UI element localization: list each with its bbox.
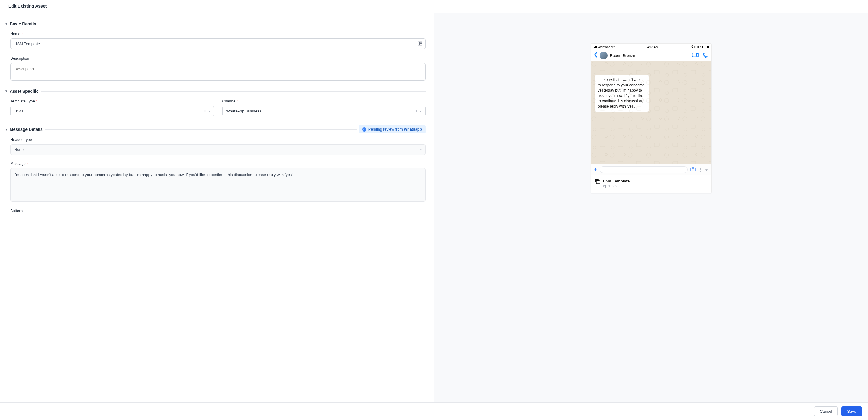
svg-rect-11 — [706, 167, 707, 170]
section-title: Message Details — [10, 127, 43, 132]
channel-label: Channel* — [222, 99, 426, 103]
chat-body: I'm sorry that I wasn't able to respond … — [591, 61, 711, 164]
preview-pane: Vodafone 4:13 AM 100% — [434, 13, 868, 402]
chevron-down-icon: ▾ — [420, 148, 422, 151]
chat-header: Robert Bronze — [591, 50, 711, 61]
signal-icon — [593, 46, 597, 49]
phone-preview-card: Vodafone 4:13 AM 100% — [591, 43, 712, 193]
chevron-down-icon: ▼ — [5, 128, 8, 131]
page-title: Edit Existing Asset — [8, 4, 860, 8]
preview-status: Approved — [603, 184, 630, 188]
form-pane: ▼ Basic Details Name* Description — [0, 13, 434, 402]
chat-text-input[interactable] — [600, 167, 687, 173]
buttons-label: Buttons — [10, 209, 426, 213]
chat-input-row: + ⋮ — [591, 164, 711, 175]
cancel-button[interactable]: Cancel — [814, 407, 838, 416]
plus-icon[interactable]: + — [594, 166, 597, 173]
svg-point-10 — [692, 169, 694, 170]
divider — [38, 24, 426, 24]
preview-meta: HSM Template Approved — [591, 175, 711, 193]
contact-name: Robert Bronze — [610, 53, 690, 58]
section-asset-specific[interactable]: ▼ Asset Specific — [5, 89, 426, 94]
divider — [44, 129, 357, 130]
message-label: Message* — [10, 161, 426, 166]
section-title: Basic Details — [10, 22, 36, 26]
message-textarea[interactable]: I'm sorry that I wasn't able to respond … — [10, 168, 426, 202]
header-type-select[interactable]: None ▾ — [10, 144, 426, 155]
wifi-icon — [611, 46, 615, 49]
template-icon — [595, 179, 600, 184]
page-header: Edit Existing Asset — [0, 0, 868, 13]
save-button[interactable]: Save — [841, 407, 862, 416]
chevron-down-icon: ▾ — [207, 110, 210, 113]
chevron-down-icon: ▼ — [5, 22, 8, 26]
preview-title: HSM Template — [603, 179, 630, 183]
microphone-icon[interactable] — [705, 167, 708, 173]
video-call-icon[interactable] — [692, 53, 699, 58]
description-label: Description — [10, 56, 426, 61]
svg-rect-5 — [692, 53, 696, 57]
field-mapping-icon[interactable] — [417, 41, 423, 47]
header-type-label: Header Type — [10, 138, 426, 142]
message-bubble: I'm sorry that I wasn't able to respond … — [594, 74, 649, 112]
channel-select[interactable]: WhatsApp Business ✕ ▾ — [222, 106, 426, 116]
phone-status-bar: Vodafone 4:13 AM 100% — [591, 43, 711, 50]
avatar — [600, 52, 608, 59]
section-message-details[interactable]: ▼ Message Details ✓ Pending review from … — [5, 125, 426, 133]
check-badge-icon: ✓ — [362, 127, 367, 131]
template-type-select[interactable]: HSM ✕ ▾ — [10, 106, 214, 116]
section-title: Asset Specific — [10, 89, 39, 94]
phone-clock: 4:13 AM — [647, 46, 658, 49]
footer-actions: Cancel Save — [0, 402, 868, 420]
template-type-label: Template Type* — [10, 99, 214, 103]
svg-rect-14 — [596, 181, 600, 184]
bluetooth-icon — [691, 45, 693, 49]
section-basic-details[interactable]: ▼ Basic Details — [5, 22, 426, 26]
clear-icon[interactable]: ✕ — [414, 109, 419, 113]
review-status-pill: ✓ Pending review from Whatsapp — [359, 125, 426, 133]
back-icon[interactable] — [594, 52, 597, 59]
camera-icon[interactable] — [690, 167, 696, 172]
chevron-down-icon: ▼ — [5, 89, 8, 93]
name-input[interactable] — [10, 38, 426, 49]
battery-icon — [702, 46, 709, 48]
chevron-down-icon: ▾ — [419, 110, 422, 113]
phone-call-icon[interactable] — [703, 53, 708, 58]
svg-rect-4 — [421, 42, 422, 43]
name-label: Name* — [10, 32, 426, 36]
description-textarea[interactable] — [10, 63, 426, 81]
clear-icon[interactable]: ✕ — [202, 109, 207, 113]
more-icon[interactable]: ⋮ — [698, 167, 702, 172]
